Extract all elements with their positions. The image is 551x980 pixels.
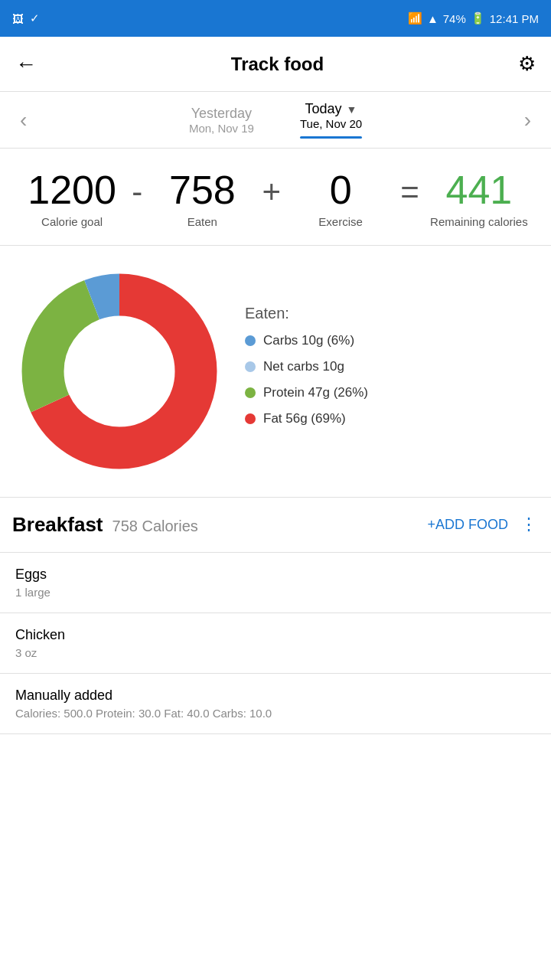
calorie-goal-label: Calorie goal [15, 214, 129, 230]
donut-svg [12, 264, 227, 479]
exercise-number: 0 [284, 170, 397, 210]
legend-net-carbs: Net carbs 10g [245, 359, 539, 374]
eaten-item: 758 Eaten [145, 170, 259, 230]
exercise-item: 0 Exercise [284, 170, 397, 230]
settings-button[interactable]: ⚙ [518, 52, 536, 76]
equals-operator: = [397, 173, 422, 211]
back-button[interactable]: ← [15, 52, 37, 77]
remaining-number: 441 [422, 170, 536, 210]
today-date[interactable]: Today ▼ Tue, Nov 20 [300, 101, 362, 139]
chart-section: Eaten: Carbs 10g (6%) Net carbs 10g Prot… [0, 246, 551, 498]
today-full-date: Tue, Nov 20 [300, 117, 362, 130]
fat-label: Fat 56g (69%) [263, 411, 346, 426]
meal-calories: 758 Calories [112, 518, 198, 535]
page-title: Track food [231, 54, 324, 75]
donut-chart [12, 264, 227, 479]
food-detail: 1 large [15, 586, 536, 599]
exercise-label: Exercise [284, 214, 397, 230]
status-bar: 🖼 ✓ 📶 ▲ 74% 🔋 12:41 PM [0, 0, 551, 37]
remaining-label: Remaining calories [422, 214, 536, 230]
wifi-icon: 📶 [408, 11, 422, 25]
protein-label: Protein 47g (26%) [263, 385, 368, 400]
next-date-button[interactable]: › [517, 105, 539, 136]
food-name: Eggs [15, 567, 536, 583]
eaten-number: 758 [145, 170, 259, 210]
yesterday-full-date: Mon, Nov 19 [189, 122, 254, 135]
image-icon: 🖼 [12, 12, 24, 25]
status-bar-left: 🖼 ✓ [12, 11, 40, 25]
legend-fat: Fat 56g (69%) [245, 411, 539, 426]
prev-date-button[interactable]: ‹ [12, 105, 34, 136]
yesterday-date[interactable]: Yesterday Mon, Nov 19 [189, 106, 254, 135]
add-food-button[interactable]: +ADD FOOD [427, 517, 508, 533]
check-icon: ✓ [30, 11, 40, 25]
eaten-label: Eaten [145, 214, 259, 230]
status-bar-right: 📶 ▲ 74% 🔋 12:41 PM [408, 11, 539, 25]
food-detail: Calories: 500.0 Protein: 30.0 Fat: 40.0 … [15, 707, 536, 720]
carbs-label: Carbs 10g (6%) [263, 333, 354, 348]
battery-icon: 🔋 [471, 11, 485, 25]
legend-protein: Protein 47g (26%) [245, 385, 539, 400]
minus-operator: - [129, 173, 145, 211]
meal-actions: +ADD FOOD ⋮ [427, 514, 539, 534]
calorie-goal-number: 1200 [15, 170, 129, 210]
list-item[interactable]: Eggs 1 large [0, 553, 551, 613]
net-carbs-dot [245, 361, 256, 372]
carbs-dot [245, 335, 256, 346]
top-bar: ← Track food ⚙ [0, 37, 551, 92]
today-underline [300, 136, 362, 139]
date-dropdown-icon[interactable]: ▼ [347, 103, 357, 116]
date-navigation: ‹ Yesterday Mon, Nov 19 Today ▼ Tue, Nov… [0, 92, 551, 149]
list-item[interactable]: Manually added Calories: 500.0 Protein: … [0, 674, 551, 734]
chart-legend: Eaten: Carbs 10g (6%) Net carbs 10g Prot… [245, 305, 539, 437]
calorie-summary: 1200 Calorie goal - 758 Eaten + 0 Exerci… [0, 149, 551, 246]
food-name: Chicken [15, 627, 536, 643]
meal-section: Breakfast 758 Calories +ADD FOOD ⋮ Eggs … [0, 498, 551, 734]
battery-percent: 74% [443, 12, 466, 25]
time: 12:41 PM [490, 12, 539, 25]
legend-carbs: Carbs 10g (6%) [245, 333, 539, 348]
more-options-button[interactable]: ⋮ [520, 514, 539, 534]
list-item[interactable]: Chicken 3 oz [0, 613, 551, 674]
calorie-goal-item: 1200 Calorie goal [15, 170, 129, 230]
meal-title-area: Breakfast 758 Calories [12, 513, 198, 537]
signal-icon: ▲ [427, 12, 439, 25]
protein-dot [245, 387, 256, 398]
remaining-item: 441 Remaining calories [422, 170, 536, 230]
yesterday-label: Yesterday [189, 106, 254, 122]
fat-dot [245, 413, 256, 424]
meal-header: Breakfast 758 Calories +ADD FOOD ⋮ [0, 498, 551, 553]
date-center: Yesterday Mon, Nov 19 Today ▼ Tue, Nov 2… [189, 101, 362, 139]
food-detail: 3 oz [15, 646, 536, 659]
plus-operator: + [259, 173, 284, 211]
meal-title: Breakfast [12, 513, 103, 537]
today-label: Today [305, 101, 342, 117]
legend-title: Eaten: [245, 305, 539, 322]
net-carbs-label: Net carbs 10g [263, 359, 344, 374]
food-name: Manually added [15, 688, 536, 704]
today-label-area: Today ▼ [300, 101, 362, 117]
